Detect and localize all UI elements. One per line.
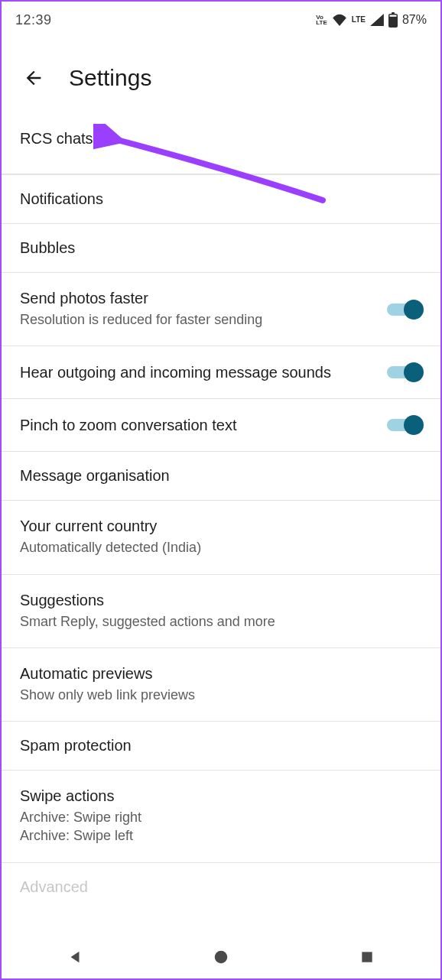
item-subtitle: Show only web link previews xyxy=(20,686,422,704)
settings-item-rcs-chats[interactable]: RCS chats xyxy=(2,113,440,174)
square-recents-icon xyxy=(359,949,375,965)
settings-item-notifications[interactable]: Notifications xyxy=(2,174,440,224)
item-subtitle: Smart Reply, suggested actions and more xyxy=(20,612,422,631)
nav-home-button[interactable] xyxy=(210,946,232,969)
settings-list: RCS chats Notifications Bubbles Send pho… xyxy=(2,113,440,911)
nav-recents-button[interactable] xyxy=(356,946,379,969)
settings-item-hear-sounds[interactable]: Hear outgoing and incoming message sound… xyxy=(2,346,440,399)
settings-item-message-organisation[interactable]: Message organisation xyxy=(2,452,440,501)
item-title: Advanced xyxy=(20,878,422,896)
item-title: Pinch to zoom conversation text xyxy=(20,417,373,434)
battery-percent: 87% xyxy=(402,13,427,27)
settings-item-automatic-previews[interactable]: Automatic previews Show only web link pr… xyxy=(2,648,440,722)
settings-item-advanced[interactable]: Advanced xyxy=(2,863,440,911)
volte-icon: Vo LTE xyxy=(316,15,327,25)
settings-item-current-country[interactable]: Your current country Automatically detec… xyxy=(2,501,440,574)
svg-rect-2 xyxy=(389,15,396,17)
triangle-back-icon xyxy=(67,949,83,965)
item-title: Notifications xyxy=(20,190,422,208)
settings-item-suggestions[interactable]: Suggestions Smart Reply, suggested actio… xyxy=(2,575,440,648)
toggle-hear-sounds[interactable] xyxy=(387,362,422,383)
svg-rect-4 xyxy=(362,952,372,962)
back-button[interactable] xyxy=(20,64,47,92)
signal-icon xyxy=(370,14,384,26)
settings-item-swipe-actions[interactable]: Swipe actions Archive: Swipe right Archi… xyxy=(2,771,440,863)
svg-point-3 xyxy=(215,951,228,964)
settings-item-send-photos-faster[interactable]: Send photos faster Resolution is reduced… xyxy=(2,273,440,346)
navigation-bar xyxy=(2,936,440,978)
nav-back-button[interactable] xyxy=(63,946,86,969)
item-title: Automatic previews xyxy=(20,665,422,683)
status-time: 12:39 xyxy=(15,12,52,28)
settings-item-bubbles[interactable]: Bubbles xyxy=(2,224,440,273)
item-subtitle: Archive: Swipe right Archive: Swipe left xyxy=(20,808,422,845)
screen-frame: 12:39 Vo LTE LTE 87% Settings RCS chats … xyxy=(0,0,442,980)
svg-rect-1 xyxy=(392,12,395,15)
battery-icon xyxy=(388,12,398,28)
app-header: Settings xyxy=(2,32,440,113)
item-title: Bubbles xyxy=(20,239,422,257)
item-title: Hear outgoing and incoming message sound… xyxy=(20,364,373,381)
lte-icon: LTE xyxy=(352,16,366,24)
status-icons: Vo LTE LTE 87% xyxy=(316,12,427,28)
page-title: Settings xyxy=(69,65,151,91)
item-title: Send photos faster xyxy=(20,290,373,307)
item-title: Swipe actions xyxy=(20,787,422,805)
arrow-back-icon xyxy=(23,67,44,89)
wifi-icon xyxy=(332,14,347,26)
item-title: Message organisation xyxy=(20,467,422,485)
toggle-pinch-zoom[interactable] xyxy=(387,414,422,436)
status-bar: 12:39 Vo LTE LTE 87% xyxy=(2,2,440,32)
item-title: RCS chats xyxy=(20,130,422,148)
item-title: Spam protection xyxy=(20,737,422,754)
item-subtitle: Automatically detected (India) xyxy=(20,538,422,557)
toggle-send-photos-faster[interactable] xyxy=(387,299,422,320)
item-title: Suggestions xyxy=(20,592,422,609)
circle-home-icon xyxy=(213,949,229,965)
settings-item-spam-protection[interactable]: Spam protection xyxy=(2,722,440,771)
item-subtitle: Resolution is reduced for faster sending xyxy=(20,310,373,329)
settings-item-pinch-zoom[interactable]: Pinch to zoom conversation text xyxy=(2,399,440,452)
item-title: Your current country xyxy=(20,518,422,535)
